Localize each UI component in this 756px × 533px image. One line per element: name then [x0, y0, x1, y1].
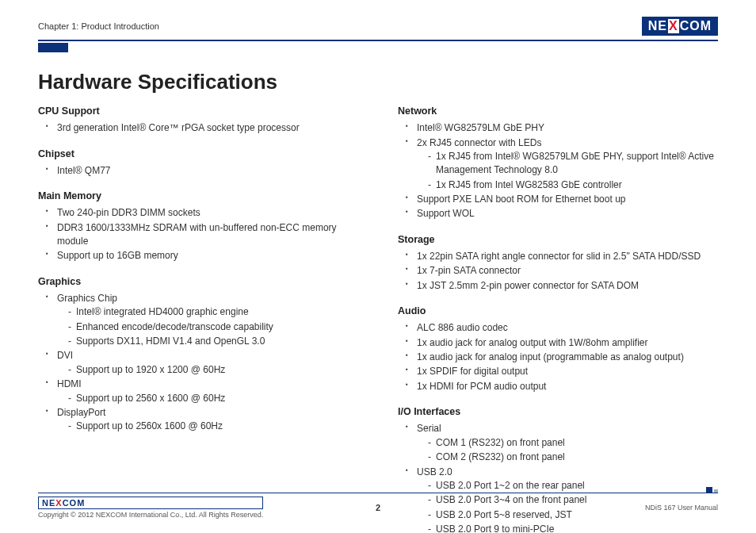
logo-text-x: X	[668, 19, 679, 33]
sublist-item: COM 2 (RS232) on front panel	[428, 451, 718, 464]
list-item: 1x SPDIF for digital output	[409, 365, 718, 378]
content-columns: CPU Support 3rd generation Intel® Core™ …	[38, 102, 718, 533]
section-main-memory: Main Memory	[38, 189, 358, 203]
page-header: Chapter 1: Product Introduction NEXCOM	[38, 17, 718, 41]
section-chipset: Chipset	[38, 147, 358, 161]
list-item: 3rd generation Intel® Core™ rPGA socket …	[49, 121, 358, 135]
sublist-item: USB 2.0 Port 9 to mini-PCIe	[428, 523, 718, 533]
list-item-label: 2x RJ45 connector with LEDs	[417, 137, 541, 148]
list-item: Support PXE LAN boot ROM for Ethernet bo…	[409, 193, 718, 206]
list-item: 1x JST 2.5mm 2-pin power connector for S…	[409, 279, 718, 293]
list-item-label: Graphics Chip	[57, 293, 117, 304]
brand-logo: NEXCOM	[642, 17, 718, 36]
section-storage: Storage	[398, 232, 718, 247]
list-item: 1x audio jack for analog output with 1W/…	[409, 336, 718, 350]
list-item: Serial COM 1 (RS232) on front panel COM …	[409, 422, 718, 464]
list-item: HDMI Support up to 2560 x 1600 @ 60Hz	[49, 378, 358, 405]
section-graphics: Graphics	[38, 274, 358, 289]
list-item: Two 240-pin DDR3 DIMM sockets	[49, 206, 358, 220]
tab-marker-icon	[38, 43, 68, 52]
page-footer: NEXCOM Copyright © 2012 NEXCOM Internati…	[38, 493, 718, 519]
footer-decor-icon	[706, 487, 718, 493]
list-item: Support up to 16GB memory	[49, 249, 358, 263]
list-item-label: DisplayPort	[57, 407, 105, 418]
chapter-title: Chapter 1: Product Introduction	[38, 21, 159, 31]
list-item-label: HDMI	[57, 378, 82, 389]
right-column: Network Intel® WG82579LM GbE PHY 2x RJ45…	[398, 102, 718, 533]
sublist-item: 1x RJ45 from Intel® WG82579LM GbE PHY, s…	[428, 150, 718, 178]
copyright-text: Copyright © 2012 NEXCOM International Co…	[38, 511, 263, 519]
list-item: 1x 7-pin SATA connector	[409, 264, 718, 278]
footer-logo: NEXCOM	[38, 497, 263, 509]
logo-text-post: COM	[680, 19, 712, 33]
footer-left: NEXCOM Copyright © 2012 NEXCOM Internati…	[38, 497, 263, 519]
sublist-item: Support up to 2560x 1600 @ 60Hz	[68, 420, 358, 433]
page-title: Hardware Specifications	[38, 70, 718, 94]
list-item: 1x HDMI for PCM audio output	[409, 380, 718, 393]
sublist-item: 1x RJ45 from Intel WG82583 GbE controlle…	[428, 178, 718, 192]
sublist-item: COM 1 (RS232) on front panel	[428, 436, 718, 450]
list-item: DVI Support up to 1920 x 1200 @ 60Hz	[49, 349, 358, 377]
sublist-item: Support up to 1920 x 1200 @ 60Hz	[68, 363, 358, 377]
page-number: 2	[376, 503, 380, 512]
list-item: 1x 22pin SATA right angle connector for …	[409, 250, 718, 263]
sublist-item: Support up to 2560 x 1600 @ 60Hz	[68, 392, 358, 405]
list-item: Intel® WG82579LM GbE PHY	[409, 121, 718, 135]
left-column: CPU Support 3rd generation Intel® Core™ …	[38, 102, 358, 533]
list-item: DDR3 1600/1333MHz SDRAM with un-buffered…	[49, 221, 358, 249]
sublist-item: Intel® integrated HD4000 graphic engine	[68, 305, 358, 319]
list-item: DisplayPort Support up to 2560x 1600 @ 6…	[49, 406, 358, 434]
section-cpu-support: CPU Support	[38, 104, 358, 118]
list-item-label: Serial	[417, 423, 441, 434]
list-item-label: DVI	[57, 350, 73, 361]
list-item: Support WOL	[409, 207, 718, 220]
list-item: Intel® QM77	[49, 164, 358, 178]
section-audio: Audio	[398, 304, 718, 318]
logo-text-pre: NE	[648, 19, 667, 33]
sublist-item: Supports DX11, HDMI V1.4 and OpenGL 3.0	[68, 335, 358, 348]
list-item-label: USB 2.0	[417, 466, 452, 477]
section-io-interfaces: I/O Interfaces	[398, 405, 718, 419]
sublist-item: USB 2.0 Port 1~2 on the rear panel	[428, 479, 718, 493]
list-item: ALC 886 audio codec	[409, 321, 718, 335]
sublist-item: Enhanced encode/decode/transcode capabil…	[68, 320, 358, 334]
list-item: 2x RJ45 connector with LEDs 1x RJ45 from…	[409, 136, 718, 193]
section-network: Network	[398, 104, 718, 118]
list-item: 1x audio jack for analog input (programm…	[409, 351, 718, 364]
manual-name: NDiS 167 User Manual	[645, 504, 718, 512]
list-item: Graphics Chip Intel® integrated HD4000 g…	[49, 292, 358, 349]
